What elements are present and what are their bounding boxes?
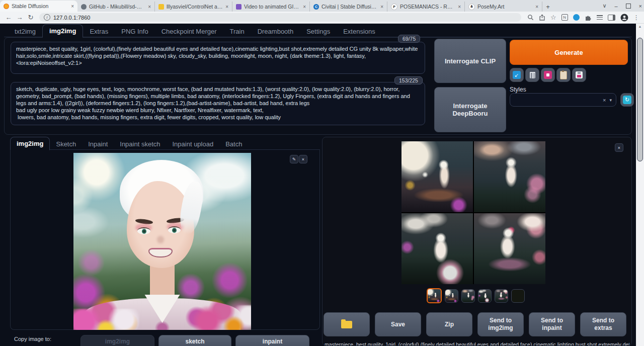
antivirus-extension-icon[interactable] [573,14,580,21]
scrollbar-thumb[interactable] [637,38,643,161]
interrogate-clip-button[interactable]: Interrogate CLIP [434,39,506,83]
paste-arrow-icon: ↙ [513,71,521,79]
tab-extensions[interactable]: Extensions [337,25,382,38]
browser-tab-gif-converter[interactable]: Video to animated GIF converter × [232,2,310,12]
tab-sketch[interactable]: Sketch [50,138,82,150]
tab-inpaint-upload[interactable]: Inpaint upload [166,138,219,150]
maximize-icon[interactable] [626,4,631,9]
reading-list-icon[interactable] [597,15,603,20]
open-folder-button[interactable] [324,312,370,336]
scroll-up-icon[interactable]: ▲ [636,25,644,28]
prompt-token-counter: 69/75 [398,35,420,43]
clear-styles-icon[interactable]: × [603,97,606,103]
tab-close-icon[interactable]: × [148,4,151,10]
extensions-puzzle-icon[interactable] [585,14,592,21]
tab-close-icon[interactable]: × [225,4,228,10]
site-info-icon[interactable]: i [44,14,50,21]
tab-inpaint[interactable]: Inpaint [82,138,114,150]
edit-image-button[interactable]: ✎ [290,155,298,163]
tab-png-info[interactable]: PNG Info [115,25,154,38]
copy-to-sketch-button[interactable]: sketch [158,335,231,346]
minimize-icon[interactable]: – [614,3,617,9]
extension-n-icon[interactable]: N [561,14,568,21]
results-panel: × Save Zip Send to img2img Send to inpai… [322,137,632,346]
img2img-source-panel: img2img Sketch Inpaint Inpaint sketch In… [10,137,320,346]
browser-tab-posemaniacs[interactable]: P POSEMANIACS - Royalty free 3 × [387,2,465,12]
tab-train[interactable]: Train [223,25,251,38]
zoom-icon[interactable] [527,14,534,21]
url-text: 127.0.0.1:7860 [53,15,90,21]
clipboard-icon [560,71,567,79]
refresh-styles-button[interactable]: ↻ [620,93,634,107]
generate-button[interactable]: Generate [510,40,628,65]
negative-prompt-input[interactable]: sketch, duplicate, ugly, huge eyes, text… [11,82,425,125]
thumbnail-4[interactable] [478,289,492,303]
result-image-1[interactable] [401,141,473,212]
save-style-button[interactable] [572,68,586,82]
side-panel-icon[interactable] [608,15,615,21]
forward-icon[interactable]: → [14,14,25,21]
share-icon[interactable] [539,14,545,21]
zip-button[interactable]: Zip [426,312,472,336]
prompt-input[interactable]: masterpiece, best quality, 1girl, (color… [11,42,425,74]
result-image-4[interactable] [474,213,545,284]
thumbnail-6[interactable] [511,289,525,303]
thumbnail-5[interactable] [495,289,508,303]
browser-tab-stable-diffusion[interactable]: Stable Diffusion × [0,1,77,12]
page-scrollbar[interactable]: ▲ [636,24,644,346]
toolbar-icons: ☆ N ⋮ [527,14,639,22]
address-bar[interactable]: i 127.0.0.1:7860 [39,13,521,22]
tab-close-icon[interactable]: × [303,4,306,10]
thumbnail-1[interactable] [427,288,442,303]
remove-image-button[interactable]: × [299,155,307,163]
result-image-3[interactable] [401,213,473,284]
tab-close-icon[interactable]: × [458,4,461,10]
tab-close-icon[interactable]: × [535,4,538,10]
tab-dreambooth[interactable]: Dreambooth [251,25,300,38]
close-gallery-button[interactable]: × [615,143,623,152]
menu-dots-icon[interactable]: ⋮ [633,14,639,21]
browser-tab-controlnet[interactable]: lllyasviel/ControlNet at main × [155,2,232,12]
tab-txt2img[interactable]: txt2img [8,25,42,38]
tab-checkpoint-merger[interactable]: Checkpoint Merger [155,25,223,38]
apply-style-button[interactable] [556,68,571,82]
result-image-grid[interactable] [401,141,545,284]
tab-search-icon[interactable]: ∨ [602,3,606,9]
refresh-icon: ↻ [623,96,631,104]
source-image-dropzone[interactable]: ✎ × [10,149,320,330]
browser-tab-github[interactable]: GitHub - Mikubill/sd-webui-con × [77,2,155,12]
source-image[interactable] [73,153,251,330]
back-icon[interactable]: ← [3,14,14,21]
tab-extras[interactable]: Extras [83,25,115,38]
tab-img2img[interactable]: img2img [42,24,83,38]
tab-img2img-mode[interactable]: img2img [10,137,50,150]
extra-networks-button[interactable] [541,68,555,82]
send-to-inpaint-button[interactable]: Send to inpaint [529,312,575,336]
tab-inpaint-sketch[interactable]: Inpaint sketch [114,138,166,150]
browser-tab-posemyart[interactable]: ⋔ PoseMy.Art × [465,2,542,12]
chevron-down-icon[interactable]: ▾ [609,98,612,103]
clear-prompt-button[interactable] [525,68,539,82]
window-close-icon[interactable]: × [639,3,642,9]
tab-batch[interactable]: Batch [219,138,248,150]
result-image-2[interactable] [474,141,545,212]
send-to-extras-button[interactable]: Send to extras [580,312,626,336]
save-button[interactable]: Save [375,312,421,336]
tab-close-icon[interactable]: × [380,4,383,10]
profile-avatar[interactable] [620,14,628,22]
browser-tab-civitai[interactable]: C Civitai | Stable Diffusion model × [310,2,387,12]
bookmark-star-icon[interactable]: ☆ [550,14,556,21]
copy-to-inpaint-button[interactable]: inpaint [235,335,309,346]
styles-dropdown[interactable]: × ▾ [510,93,616,107]
tab-close-icon[interactable]: × [71,4,74,9]
thumbnail-3[interactable] [461,289,475,303]
send-to-img2img-button[interactable]: Send to img2img [477,312,524,336]
new-tab-button[interactable]: + [542,2,553,12]
reload-icon[interactable]: ↻ [25,14,36,21]
paste-params-button[interactable]: ↙ [510,68,524,82]
tab-settings[interactable]: Settings [300,25,337,38]
close-icon: × [302,157,304,162]
main-nav-tabs: txt2img img2img Extras PNG Info Checkpoi… [8,24,382,38]
thumbnail-2[interactable] [445,289,458,303]
interrogate-deepbooru-button[interactable]: Interrogate DeepBooru [434,87,506,132]
